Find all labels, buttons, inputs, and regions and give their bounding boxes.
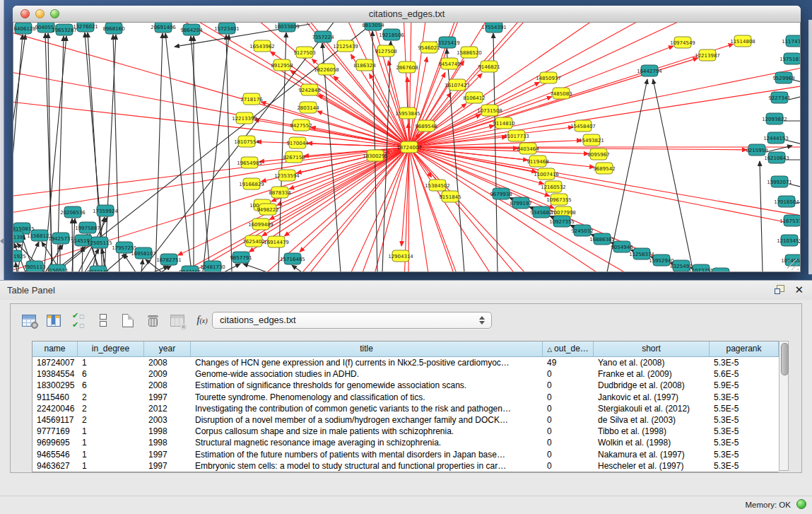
graph-node[interactable]: 12904314 [388,250,413,262]
graph-node[interactable]: 9546021 [418,42,440,53]
graph-node[interactable]: 15458407 [570,120,596,132]
table-cell[interactable]: 1998 [144,426,191,437]
table-cell[interactable]: Yano et al. (2008) [594,357,710,368]
table-cell[interactable]: Wolkin et al. (1998) [594,437,710,448]
table-cell[interactable]: 19384554 [33,368,78,380]
table-cell[interactable]: Tibbo et al. (1998) [594,426,710,437]
table-cell[interactable]: 5.9E-5 [710,380,779,391]
table-row[interactable]: 946554611997Estimation of the future num… [33,449,779,460]
graph-node[interactable]: 9119468 [526,156,548,167]
graph-node[interactable]: 12213987 [695,49,720,61]
graph-node[interactable]: 9679938 [490,188,512,199]
close-window-icon[interactable] [20,9,30,18]
graph-node[interactable]: 8968160 [102,23,124,34]
table-cell[interactable]: 5.3E-5 [710,437,779,448]
network-select-dropdown[interactable]: citations_edges.txt [212,312,492,329]
network-window-titlebar[interactable]: citations_edges.txt [13,6,801,23]
graph-node[interactable]: 9242848 [298,84,320,95]
table-cell[interactable]: 0 [543,414,594,426]
table-cell[interactable]: de Silva et al. (2003) [594,414,710,426]
graph-node[interactable]: 16543962 [249,40,275,52]
graph-node[interactable]: 19218506 [379,29,404,40]
table-cell[interactable]: 1998 [144,437,191,448]
table-cell[interactable]: 9115460 [33,392,78,403]
graph-node[interactable]: 8106412 [463,92,485,103]
graph-node[interactable]: 12444153 [763,132,789,144]
graph-node[interactable]: 15886520 [457,47,482,58]
graph-node[interactable]: 16442794 [637,65,662,76]
graph-node[interactable]: 9151845 [439,191,461,202]
graph-node[interactable]: 18107554 [234,136,259,147]
graph-node[interactable]: 14850937 [536,72,561,83]
graph-node[interactable]: 11007416 [534,168,559,180]
table-cell[interactable]: 9465546 [33,449,78,460]
table-cell[interactable]: 2008 [144,357,191,368]
table-cell[interactable]: 5.3E-5 [710,357,779,368]
function-builder-icon[interactable]: f(x) [194,312,211,329]
table-cell[interactable]: 49 [543,357,594,368]
column-header-in_degree[interactable]: in_degree [78,341,144,356]
graph-node[interactable]: 9146821 [478,61,500,72]
graph-node[interactable]: 10731508 [477,105,502,116]
graph-node[interactable]: 9864204 [180,24,203,35]
graph-node[interactable]: 7357224 [312,31,334,42]
table-cell[interactable]: 0 [543,392,594,403]
column-header-out_de[interactable]: △out_de… [543,341,594,356]
graph-node[interactable]: 17554391 [481,23,507,33]
graph-node[interactable]: 20691406 [151,23,176,33]
graph-node[interactable]: 10974549 [670,37,695,48]
graph-node[interactable]: 9042155 [179,266,201,271]
graph-node[interactable]: 8215958 [746,144,767,156]
create-column-icon[interactable] [119,312,136,329]
network-window[interactable]: citations_edges.txt 16406128904055710653… [13,6,801,272]
scrollbar-thumb[interactable] [781,343,789,375]
table-cell[interactable]: Investigating the contribution of common… [191,403,543,414]
graph-node[interactable]: 8186328 [353,59,375,71]
graph-node[interactable]: 16099489 [248,218,273,230]
graph-node[interactable]: 8403464 [517,143,539,154]
table-cell[interactable]: 1997 [144,392,191,403]
graph-node[interactable]: 7905113 [23,261,45,271]
table-cell[interactable]: 0 [543,380,594,391]
table-panel-header[interactable]: Table Panel ✕ [0,281,812,300]
graph-node[interactable]: 16914479 [264,236,289,247]
graph-node[interactable]: 7625402 [242,235,264,247]
graph-node[interactable]: 16210643 [764,152,789,163]
row-height-icon[interactable] [95,312,112,329]
graph-node[interactable]: 8267150 [283,151,305,163]
graph-node[interactable]: 15716485 [280,253,305,264]
zoom-window-icon[interactable] [50,9,59,18]
table-cell[interactable]: 0 [543,449,594,460]
graph-node[interactable]: 9689542 [593,163,615,174]
table-scrollbar[interactable] [779,341,789,471]
graph-node[interactable]: 16406128 [13,23,36,34]
table-row[interactable]: 1872400712008Changes of HCN gene express… [33,357,779,368]
minimize-window-icon[interactable] [35,9,45,18]
graph-node[interactable]: 20206536 [60,206,86,218]
graph-node[interactable]: 9127503 [293,47,315,58]
table-cell[interactable]: Tourette syndrome. Phenomenology and cla… [191,392,543,403]
table-cell[interactable]: Jankovic et al. (1997) [594,392,710,403]
table-cell[interactable]: Disruption of a novel member of a sodium… [191,414,543,426]
table-cell[interactable]: 22420046 [33,403,78,414]
table-cell[interactable]: 5.3E-5 [710,414,779,426]
table-cell[interactable]: 9777169 [33,426,78,437]
graph-node[interactable]: 8454749 [438,58,460,69]
table-row[interactable]: 1830029562008Estimation of significance … [33,380,779,391]
table-cell[interactable]: 0 [543,437,594,448]
table-cell[interactable]: 0 [543,460,594,472]
graph-node[interactable]: 12093822 [762,113,787,124]
table-cell[interactable]: Corpus callosum shape and size in male p… [191,426,543,437]
table-cell[interactable]: Embryonic stem cells: a model to study s… [191,460,543,472]
table-row[interactable]: 977716911998Corpus callosum shape and si… [33,426,779,437]
graph-node[interactable]: 2867608 [396,62,418,73]
table-cell[interactable]: 5.3E-5 [710,392,779,403]
table-cell[interactable]: Hescheler et al. (1997) [594,460,710,472]
table-cell[interactable]: 2009 [144,368,191,380]
graph-node[interactable]: 9127508 [375,45,396,57]
table-cell[interactable]: Dudbridge et al. (2008) [594,380,710,391]
graph-node[interactable]: 16033809 [274,23,300,32]
column-header-title[interactable]: title [191,341,543,356]
graph-node[interactable]: 15723401 [214,23,240,34]
table-cell[interactable]: 9699695 [33,437,78,448]
